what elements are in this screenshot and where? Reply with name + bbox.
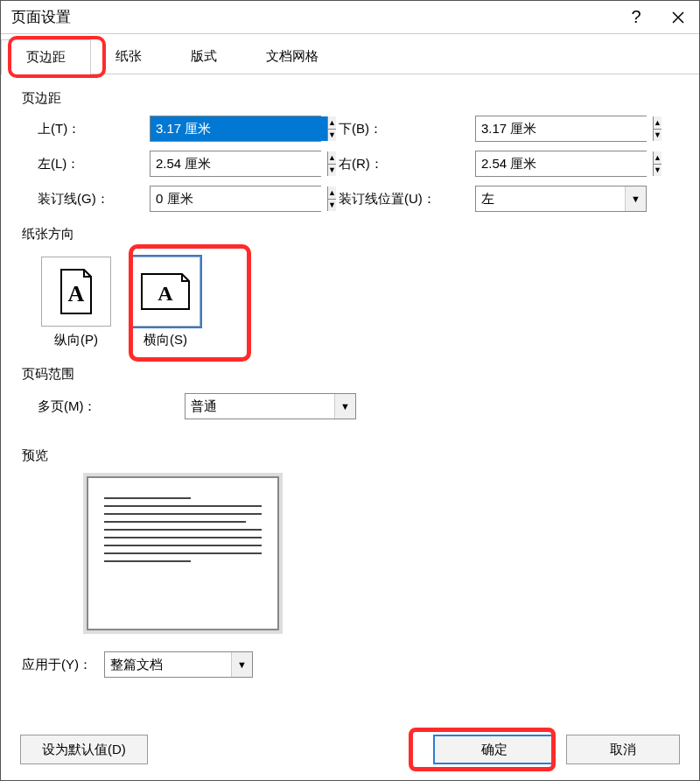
select-applyto[interactable]: 整篇文档 ▼ bbox=[104, 651, 253, 678]
landscape-icon: A bbox=[130, 257, 200, 327]
spinner-gutter[interactable]: ▲▼ bbox=[150, 186, 321, 212]
dialog-content: 页边距 上(T)： ▲▼ 下(B)： ▲▼ 左(L)： bbox=[1, 74, 699, 726]
tab-docgrid[interactable]: 文档网格 bbox=[242, 39, 343, 74]
group-pagerange-title: 页码范围 bbox=[22, 362, 678, 386]
portrait-icon: A bbox=[41, 257, 111, 327]
input-bottom[interactable] bbox=[476, 116, 653, 141]
label-left: 左(L)： bbox=[38, 156, 143, 172]
select-gutterpos-value: 左 bbox=[476, 191, 625, 208]
cancel-button[interactable]: 取消 bbox=[566, 735, 680, 764]
titlebar: 页面设置 ? bbox=[1, 1, 699, 34]
spinner-up-icon[interactable]: ▲ bbox=[654, 116, 662, 130]
set-default-button[interactable]: 设为默认值(D) bbox=[20, 735, 148, 764]
chevron-down-icon[interactable]: ▼ bbox=[334, 394, 355, 419]
group-pagerange: 页码范围 多页(M)： 普通 ▼ bbox=[22, 362, 678, 419]
input-right[interactable] bbox=[476, 151, 653, 176]
label-gutterpos: 装订线位置(U)： bbox=[328, 191, 468, 208]
orientation-landscape-label: 横向(S) bbox=[144, 332, 187, 348]
spinner-left[interactable]: ▲▼ bbox=[150, 151, 321, 177]
tab-bar: 页边距 纸张 版式 文档网格 bbox=[1, 34, 699, 74]
select-multipage-value: 普通 bbox=[186, 398, 334, 415]
preview-thumbnail bbox=[87, 476, 279, 630]
group-preview: 预览 bbox=[22, 444, 678, 630]
tab-margins[interactable]: 页边距 bbox=[1, 39, 91, 75]
label-applyto: 应用于(Y)： bbox=[22, 657, 92, 673]
spinner-bottom[interactable]: ▲▼ bbox=[475, 116, 647, 142]
chevron-down-icon[interactable]: ▼ bbox=[231, 652, 252, 677]
spinner-down-icon[interactable]: ▼ bbox=[654, 165, 662, 177]
select-gutterpos[interactable]: 左 ▼ bbox=[475, 186, 647, 212]
group-orientation-title: 纸张方向 bbox=[22, 222, 678, 246]
label-bottom: 下(B)： bbox=[328, 121, 468, 137]
group-margins: 页边距 上(T)： ▲▼ 下(B)： ▲▼ 左(L)： bbox=[22, 87, 678, 212]
group-margins-title: 页边距 bbox=[22, 87, 678, 110]
group-orientation: 纸张方向 A 纵向(P) A 横向(S) bbox=[22, 222, 678, 352]
close-button[interactable] bbox=[657, 1, 699, 34]
label-gutter: 装订线(G)： bbox=[38, 191, 143, 208]
dialog-title: 页面设置 bbox=[11, 7, 615, 27]
svg-text:A: A bbox=[68, 281, 85, 306]
apply-to-row: 应用于(Y)： 整篇文档 ▼ bbox=[22, 651, 678, 678]
spinner-top[interactable]: ▲▼ bbox=[150, 116, 321, 142]
label-right: 右(R)： bbox=[328, 156, 468, 172]
tab-layout[interactable]: 版式 bbox=[166, 39, 242, 74]
label-top: 上(T)： bbox=[38, 121, 143, 137]
spinner-up-icon[interactable]: ▲ bbox=[654, 151, 662, 165]
close-icon bbox=[672, 11, 684, 24]
orientation-landscape[interactable]: A 横向(S) bbox=[127, 253, 204, 352]
spinner-right[interactable]: ▲▼ bbox=[475, 151, 647, 177]
dialog-footer: 设为默认值(D) 确定 取消 bbox=[1, 726, 699, 780]
chevron-down-icon[interactable]: ▼ bbox=[625, 186, 646, 211]
select-multipage[interactable]: 普通 ▼ bbox=[185, 393, 356, 419]
ok-button[interactable]: 确定 bbox=[433, 735, 556, 764]
input-top[interactable] bbox=[150, 116, 327, 141]
input-left[interactable] bbox=[150, 151, 327, 176]
page-setup-dialog: 页面设置 ? 页边距 纸张 版式 文档网格 页边距 上(T)： ▲▼ 下(B)： bbox=[0, 0, 700, 781]
help-button[interactable]: ? bbox=[615, 1, 657, 34]
select-applyto-value: 整篇文档 bbox=[105, 657, 231, 673]
label-multipage: 多页(M)： bbox=[38, 398, 178, 415]
input-gutter[interactable] bbox=[150, 186, 327, 211]
tab-paper[interactable]: 纸张 bbox=[91, 39, 166, 74]
orientation-portrait[interactable]: A 纵向(P) bbox=[38, 253, 115, 352]
svg-text:A: A bbox=[158, 282, 173, 305]
spinner-down-icon[interactable]: ▼ bbox=[654, 130, 662, 142]
group-preview-title: 预览 bbox=[22, 444, 678, 468]
orientation-portrait-label: 纵向(P) bbox=[54, 332, 98, 348]
